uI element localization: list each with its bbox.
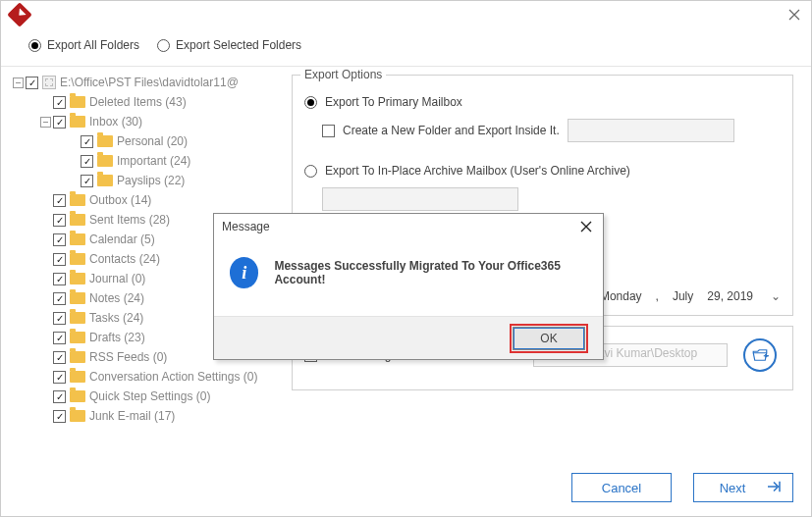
tree-checkbox[interactable] [53,233,66,246]
tree-item-label: Important (24) [117,154,190,168]
tree-root-label: E:\Office\PST Files\davidtolar11@ [60,76,239,89]
folder-icon [70,332,85,343]
tree-checkbox[interactable] [53,96,66,109]
tree-checkbox[interactable] [26,77,38,89]
tree-checkbox[interactable] [53,410,66,423]
cancel-button[interactable]: Cancel [571,473,672,502]
tree-item-label: Notes (24) [89,291,144,305]
create-folder-label: Create a New Folder and Export Inside It… [343,124,560,137]
tree-item-label: Quick Step Settings (0) [89,389,210,403]
tree-checkbox[interactable] [53,332,66,344]
folder-icon [70,410,85,422]
folder-icon [70,233,85,245]
export-selected-radio[interactable]: Export Selected Folders [157,38,301,52]
tree-item-label: Junk E-mail (17) [89,409,175,423]
tree-item-label: Payslips (22) [117,174,185,187]
export-options-title: Export Options [300,68,386,81]
info-icon: i [230,257,258,288]
radio-icon [304,96,317,109]
window-close-button[interactable] [785,6,803,24]
tree-item[interactable]: –Inbox (30) [13,112,284,131]
folder-icon [70,116,85,128]
dialog-close-button[interactable] [577,218,595,235]
tree-item-label: Inbox (30) [89,115,142,129]
tree-item-label: Tasks (24) [89,311,143,325]
tree-checkbox[interactable] [53,253,66,266]
folder-icon [70,96,85,108]
date-dayname: Monday [600,289,642,303]
export-archive-label: Export To In-Place Archive Mailbox (User… [325,164,630,178]
tree-checkbox[interactable] [53,390,66,403]
tree-checkbox[interactable] [53,194,66,207]
tree-checkbox[interactable] [53,292,66,305]
tree-checkbox[interactable] [81,155,93,168]
export-mode-row: Export All Folders Export Selected Folde… [1,28,811,67]
folder-icon [97,175,113,186]
dialog-titlebar: Message [214,214,603,239]
tree-checkbox[interactable] [53,371,66,384]
tree-checkbox[interactable] [53,351,66,364]
tree-item[interactable]: Personal (20) [13,131,284,151]
checkbox-icon [322,125,335,137]
footer-buttons: Cancel Next [571,473,793,502]
create-folder-checkbox[interactable]: Create a New Folder and Export Inside It… [322,119,781,142]
ok-label: OK [540,332,557,345]
export-primary-radio[interactable]: Export To Primary Mailbox [304,95,781,109]
folder-icon [70,214,85,226]
cancel-label: Cancel [602,481,641,495]
tree-checkbox[interactable] [53,116,66,129]
tree-item[interactable]: Conversation Action Settings (0) [13,367,284,387]
tree-checkbox[interactable] [53,214,66,227]
tree-item[interactable]: Payslips (22) [13,171,284,190]
chevron-down-icon[interactable]: ⌄ [771,289,781,303]
folder-icon [70,390,85,402]
folder-icon [70,292,85,304]
pst-root-icon [42,76,56,89]
folder-icon [70,351,85,363]
tree-item-label: Drafts (23) [89,331,145,344]
folder-icon [70,371,85,383]
export-primary-label: Export To Primary Mailbox [325,95,462,109]
tree-checkbox[interactable] [81,175,93,187]
tree-item-label: RSS Feeds (0) [89,350,167,364]
date-month: July [673,289,693,303]
tree-item-label: Journal (0) [89,272,145,285]
ok-button[interactable]: OK [513,327,585,350]
create-folder-input[interactable] [568,119,734,142]
message-dialog: Message i Messages Successfully Migrated… [213,213,604,360]
tree-item[interactable]: Outbox (14) [13,190,284,210]
folder-icon [70,253,85,265]
tree-root[interactable]: – E:\Office\PST Files\davidtolar11@ [13,73,284,92]
arrow-right-icon [765,478,783,498]
archive-folder-input[interactable] [322,187,518,211]
folder-icon [97,155,113,167]
tree-item[interactable]: Junk E-mail (17) [13,406,284,426]
browse-location-button[interactable] [743,338,777,372]
export-archive-radio[interactable]: Export To In-Place Archive Mailbox (User… [304,164,781,178]
tree-item-label: Personal (20) [117,134,188,148]
tree-checkbox[interactable] [53,273,66,285]
date-picker[interactable]: Monday , July 29, 2019 ⌄ [600,289,781,303]
folder-icon [70,273,85,284]
export-all-label: Export All Folders [47,38,139,52]
date-sep: , [656,289,659,303]
collapse-icon[interactable]: – [13,78,24,88]
radio-icon [157,39,170,52]
folder-icon [70,312,85,324]
next-label: Next [720,481,746,495]
tree-item-label: Sent Items (28) [89,213,170,227]
folder-icon [97,135,113,147]
tree-item[interactable]: Important (24) [13,151,284,171]
radio-icon [28,39,41,52]
tree-item[interactable]: Deleted Items (43) [13,92,284,112]
tree-checkbox[interactable] [81,135,93,148]
tree-item[interactable]: Quick Step Settings (0) [13,387,284,406]
dialog-message: Messages Successfully Migrated To Your O… [274,259,587,286]
collapse-icon[interactable]: – [40,117,51,128]
tree-checkbox[interactable] [53,312,66,325]
next-button[interactable]: Next [693,473,793,502]
export-selected-label: Export Selected Folders [176,38,301,52]
tree-item-label: Conversation Action Settings (0) [89,370,257,384]
export-all-radio[interactable]: Export All Folders [28,38,139,52]
dialog-title: Message [222,220,270,233]
